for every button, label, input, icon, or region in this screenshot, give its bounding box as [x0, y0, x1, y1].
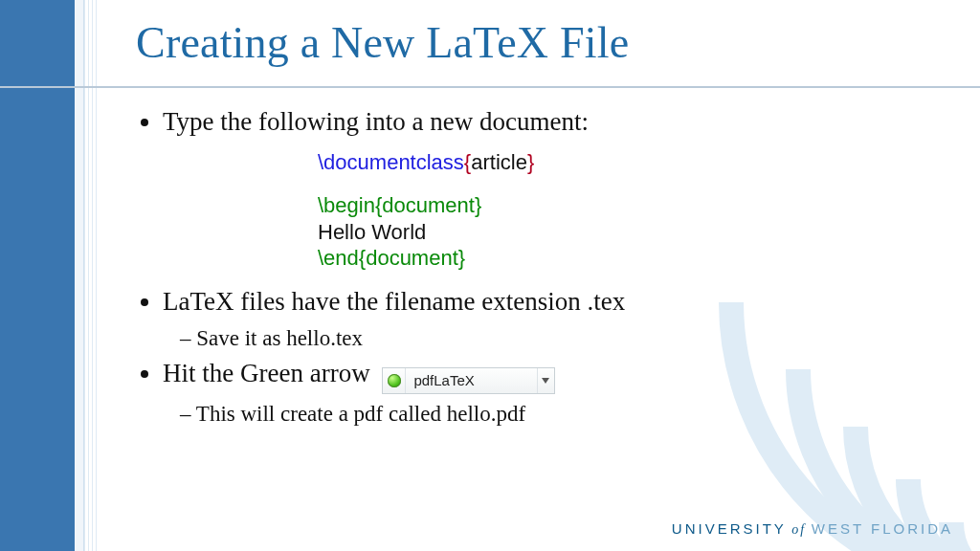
bullet-green-arrow: Hit the Green arrow pdfLaTeX [163, 357, 942, 394]
left-band [0, 0, 75, 551]
slide-title: Creating a New LaTeX File [136, 17, 629, 68]
latex-code-block: \documentclass{article} \begin{document}… [318, 149, 942, 272]
tex-arg: article [471, 150, 527, 174]
footer-of: of [787, 522, 812, 537]
dropdown-caret[interactable] [537, 368, 554, 393]
code-line-3: Hello World [318, 219, 942, 246]
content-area: Type the following into a new document: … [136, 105, 942, 432]
bullet-green-arrow-text: Hit the Green arrow [163, 359, 370, 387]
run-button[interactable] [383, 368, 406, 393]
footer-west-florida: WEST FLORIDA [812, 520, 953, 537]
dropdown-label: pdfLaTeX [406, 371, 536, 390]
bullet-extension: LaTeX files have the filename extension … [163, 285, 942, 320]
play-icon [388, 374, 401, 387]
left-accent [75, 0, 84, 551]
subbullet-save: Save it as hello.tex [180, 326, 942, 351]
code-line-2: \begin{document} [318, 192, 942, 219]
footer-university: UNIVERSITY [672, 520, 787, 537]
tex-command: \documentclass [318, 150, 464, 174]
code-line-4: \end{document} [318, 245, 942, 272]
left-rule [84, 0, 100, 551]
title-separator [0, 86, 980, 88]
footer-branding: UNIVERSITY of WEST FLORIDA [672, 520, 953, 538]
compile-dropdown[interactable]: pdfLaTeX [382, 367, 554, 394]
slide: Creating a New LaTeX File Type the follo… [0, 0, 980, 551]
bullet-type-document: Type the following into a new document: [163, 105, 942, 140]
code-line-1: \documentclass{article} [318, 149, 942, 176]
brace-close: } [527, 150, 534, 174]
chevron-down-icon [542, 378, 549, 384]
subbullet-pdf: This will create a pdf called hello.pdf [180, 402, 942, 427]
